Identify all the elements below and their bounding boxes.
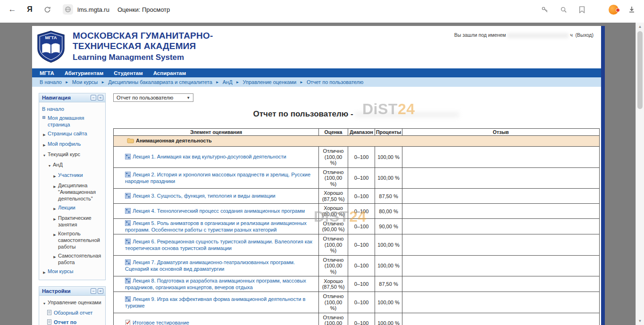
expand-icon[interactable]: ▶ [42,268,47,276]
column-header: Элемент оценивания [114,129,319,136]
sidebar-item-label[interactable]: Участники [58,172,103,178]
expand-icon[interactable]: ▶ [42,130,47,138]
dock-block-icon[interactable]: « [98,95,103,100]
scrollbar-thumb[interactable] [637,31,643,109]
grade-item-link[interactable]: Лекция 6. Рекреационная сущность туристс… [125,239,312,251]
nav-item[interactable]: Студентам [114,70,143,76]
sidebar-item-label[interactable]: Мои курсы [48,268,103,275]
mgta-logo: МГТА [37,30,65,66]
sidebar-item: ▶Мои курсы [41,267,104,277]
bookmark-icon[interactable] [576,4,587,15]
item-cell: Лекция 9. Игра как эффективная форма ани… [114,292,319,313]
login-prefix: Вы зашли под именем [454,32,506,38]
range-cell: 0–100 [348,204,375,219]
expand-icon[interactable]: ▶ [52,204,57,212]
report-icon [47,310,52,317]
grade-item-link[interactable]: Лекция 7. Драматургия анимационно-театра… [125,259,295,272]
category-cell: Анимационная деятельность [114,136,600,147]
range-cell: 0–100 [348,147,375,168]
collapse-icon[interactable]: ▼ [42,151,47,159]
grade-item-link[interactable]: Лекция 1. Анимация как вид культурно-дос… [133,154,286,159]
settings-block-title: Настройки [42,288,89,294]
grade-item-link[interactable]: Лекция 9. Игра как эффективная форма ани… [125,296,305,308]
item-cell: Итоговое тестирование [114,313,319,325]
sidebar-item: Отчет по пользователю [41,317,104,325]
breadcrumb-link[interactable]: Мои курсы [72,79,98,85]
grade-item-link[interactable]: Лекция 4. Технологический процесс создан… [133,208,305,214]
collapse-icon[interactable]: ▼ [47,161,52,169]
refresh-button[interactable] [42,4,53,15]
feedback-cell [402,255,600,276]
feedback-cell [402,219,600,234]
grade-row: Лекция 7. Драматургия анимационно-театра… [114,255,600,276]
sidebar-item-label[interactable]: Отчет по пользователю [54,319,103,325]
breadcrumb-link[interactable]: Дисциплины бакалавриата и специалитета [108,79,212,85]
scroll-up-icon[interactable]: ▲ [636,25,644,29]
nav-item[interactable]: МГТА [40,70,54,76]
percent-cell: 90,00 % [375,219,402,234]
sidebar-item: ▶Участники [41,170,104,181]
yandex-browser-icon[interactable]: Я [24,4,35,15]
percent-cell: 100,00 % [375,167,402,189]
hide-block-icon[interactable]: − [91,95,96,100]
scroll-down-icon[interactable]: ▼ [636,319,644,323]
sidebar-item-label[interactable]: Моя домашняя страница [48,115,103,128]
report-type-select[interactable]: Отчет по пользователю ▼ [113,93,193,102]
sidebar-item-label[interactable]: Обзорный отчет [54,309,103,316]
scrollbar[interactable]: ▲ ▼ [636,23,644,325]
sidebar-item-label[interactable]: Мой профиль [48,141,103,147]
breadcrumb-link[interactable]: Управление оценками [243,79,297,85]
breadcrumb-link[interactable]: Отчет по пользователю [307,79,363,85]
settings-block: Настройки −« ▼Управление оценкамиОбзорны… [39,286,106,325]
range-cell: 0–100 [348,234,375,256]
search-icon[interactable] [558,4,569,15]
sidebar-item-label: Самостоятельная работа [58,252,103,266]
range-cell: 0–100 [348,292,375,313]
site-info-icon[interactable] [63,4,73,15]
logout-link[interactable]: (Выход) [576,32,594,38]
hide-block-icon[interactable]: − [91,288,96,294]
grade-row: Лекция 4. Технологический процесс создан… [114,204,600,219]
sidebar-item-label[interactable]: Страницы сайта [48,130,103,137]
breadcrumb-link[interactable]: В начало [40,79,62,85]
profile-avatar[interactable] [609,5,619,15]
grade-item-link[interactable]: Лекция 3. Сущность, функция, типология и… [133,193,276,199]
breadcrumb-link[interactable]: АнД [223,79,233,85]
breadcrumb-separator-icon: ► [216,80,219,84]
sidebar-item-label: Текущий курс [48,151,103,158]
folder-icon [127,138,134,144]
percent-cell: 100,00 % [375,255,402,276]
percent-cell: 80,00 % [375,204,402,219]
grade-item-link[interactable]: Лекция 8. Подготовка и разработка анимац… [125,278,306,290]
sidebar-item: ▶Самостоятельная работа [41,251,104,267]
download-icon[interactable] [626,4,637,15]
expand-icon[interactable]: ▶ [52,252,57,260]
expand-icon[interactable]: ▶ [52,230,57,238]
dock-block-icon[interactable]: « [98,288,103,294]
nav-item[interactable]: Абитуриентам [65,70,103,76]
expand-icon[interactable]: ▶ [52,182,57,190]
expand-icon[interactable]: ▶ [42,141,47,149]
collapse-icon[interactable]: ▼ [42,299,47,307]
item-cell: Лекция 3. Сущность, функция, типология и… [114,189,319,204]
navigation-block: Навигация −« В началоМоя домашняя страни… [39,93,106,280]
expand-icon[interactable]: ▶ [52,215,57,223]
grade-item-link[interactable]: Лекция 2. История и хронология массовых … [125,172,310,184]
grade-row: Итоговое тестированиеОтлично(100,00 %)0–… [114,313,600,325]
redacted-username [507,33,569,38]
grade-item-link[interactable]: Итоговое тестирование [133,320,189,325]
grade-item-link[interactable]: Лекция 5. Роль аниматоров в организации … [125,220,307,233]
username-fragment: ч [570,32,572,38]
sidebar-item: ▶Практические занятия [41,213,104,229]
item-cell: Лекция 1. Анимация как вид культурно-дос… [114,147,319,168]
lesson-icon [125,296,131,303]
back-button[interactable]: ← [7,4,18,15]
nav-item[interactable]: Аспирантам [153,70,186,76]
sidebar-item-label[interactable]: В начало [42,106,103,112]
item-cell: Лекция 8. Подготовка и разработка анимац… [114,276,319,292]
sidebar-item-label[interactable]: Лекции [58,204,103,211]
address-bar[interactable]: lms.mgta.ru Оценки: Просмотр [63,4,170,15]
grade-cell: Хорошо(87,50 %) [319,189,348,204]
expand-icon[interactable]: ▶ [52,172,57,180]
password-manager-icon[interactable] [539,4,551,15]
